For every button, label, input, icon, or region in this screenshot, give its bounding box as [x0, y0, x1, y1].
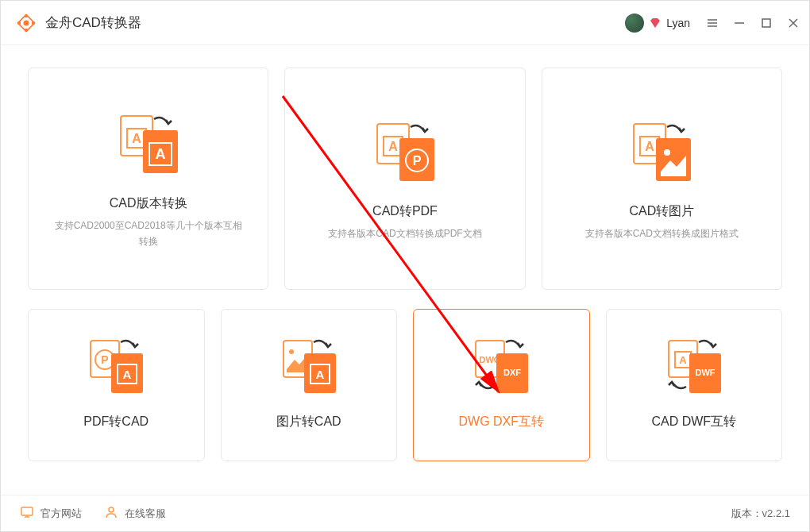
- card-title: CAD转PDF: [372, 203, 438, 220]
- card-title: 图片转CAD: [276, 414, 341, 430]
- card-cad-to-pdf[interactable]: A P CAD转PDF 支持各版本CAD文档转换成PDF文档: [284, 67, 525, 290]
- svg-rect-3: [25, 29, 28, 32]
- svg-point-53: [109, 507, 114, 512]
- card-desc: 支持各版本CAD文档转换成PDF文档: [312, 226, 497, 241]
- window-controls: [706, 17, 800, 29]
- footer-link-label: 在线客服: [125, 507, 166, 521]
- svg-text:DWF: DWF: [695, 368, 715, 377]
- footer: 官方网站 在线客服 版本：v2.2.1: [1, 495, 809, 531]
- official-website-link[interactable]: 官方网站: [20, 505, 82, 522]
- minimize-icon[interactable]: [733, 17, 746, 29]
- cad-dwf-icon: A DWF: [662, 334, 726, 401]
- version-text: 版本：v2.2.1: [731, 507, 790, 521]
- card-image-to-cad[interactable]: A 图片转CAD: [221, 309, 398, 461]
- card-desc: 支持CAD2000至CAD2018等几十个版本互相转换: [37, 218, 260, 249]
- card-pdf-to-cad[interactable]: P A PDF转CAD: [28, 309, 205, 461]
- main-content: A A CAD版本转换 支持CAD2000至CAD2018等几十个版本互相转换 …: [1, 45, 809, 495]
- svg-point-1: [24, 20, 29, 25]
- svg-point-29: [664, 149, 670, 156]
- close-icon[interactable]: [787, 17, 800, 29]
- app-title: 金舟CAD转换器: [45, 13, 141, 32]
- card-cad-version-convert[interactable]: A A CAD版本转换 支持CAD2000至CAD2018等几十个版本互相转换: [28, 67, 268, 290]
- vip-diamond-icon: [649, 17, 662, 29]
- svg-rect-10: [762, 19, 770, 27]
- menu-icon[interactable]: [706, 17, 719, 29]
- card-title: DWG DXF互转: [458, 414, 544, 430]
- svg-rect-2: [25, 14, 28, 17]
- monitor-icon: [20, 505, 34, 522]
- svg-rect-5: [32, 21, 35, 25]
- online-support-link[interactable]: 在线客服: [104, 505, 166, 522]
- image-to-cad-icon: A: [277, 334, 341, 401]
- card-title: CAD DWF互转: [651, 414, 736, 430]
- footer-link-label: 官方网站: [40, 507, 82, 521]
- top-row: A A CAD版本转换 支持CAD2000至CAD2018等几十个版本互相转换 …: [28, 67, 782, 290]
- svg-text:A: A: [155, 146, 165, 162]
- svg-text:A: A: [679, 354, 687, 366]
- titlebar: 金舟CAD转换器 Lyan: [1, 1, 809, 45]
- svg-text:A: A: [315, 368, 324, 381]
- cad-version-icon: A A: [113, 108, 184, 183]
- svg-rect-50: [21, 507, 33, 515]
- cad-to-pdf-icon: A P: [369, 116, 441, 191]
- cad-to-image-icon: A: [626, 116, 697, 191]
- card-cad-dwf-convert[interactable]: A DWF CAD DWF互转: [606, 309, 783, 461]
- user-area[interactable]: Lyan: [625, 13, 690, 33]
- card-dwg-dxf-convert[interactable]: DWG DXF DWG DXF互转: [413, 309, 590, 461]
- svg-text:A: A: [646, 140, 655, 153]
- svg-text:P: P: [102, 353, 109, 366]
- dwg-dxf-icon: DWG DXF: [469, 334, 533, 401]
- pdf-to-cad-icon: P A: [84, 334, 148, 401]
- svg-text:P: P: [413, 154, 422, 168]
- support-icon: [104, 505, 118, 522]
- svg-text:DXF: DXF: [503, 368, 521, 377]
- svg-text:A: A: [132, 132, 141, 145]
- svg-text:A: A: [388, 140, 398, 153]
- svg-text:A: A: [123, 368, 132, 381]
- avatar: [625, 13, 644, 33]
- maximize-icon[interactable]: [760, 17, 773, 29]
- app-logo-icon: [15, 12, 37, 34]
- card-title: CAD版本转换: [110, 195, 187, 212]
- svg-point-37: [289, 349, 294, 354]
- card-title: CAD转图片: [629, 203, 694, 220]
- svg-rect-4: [18, 21, 21, 25]
- bottom-row: P A PDF转CAD A: [28, 309, 782, 461]
- card-cad-to-image[interactable]: A CAD转图片 支持各版本CAD文档转换成图片格式: [542, 67, 782, 290]
- card-desc: 支持各版本CAD文档转换成图片格式: [569, 226, 754, 241]
- card-title: PDF转CAD: [83, 414, 148, 430]
- username: Lyan: [666, 17, 690, 29]
